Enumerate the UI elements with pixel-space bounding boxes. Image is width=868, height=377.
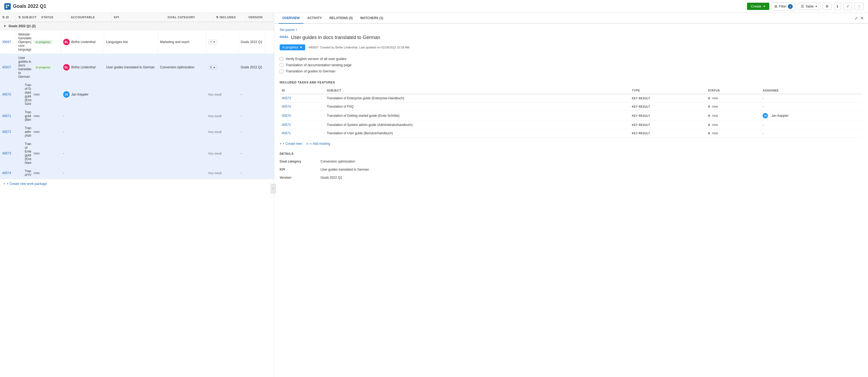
cell-id-40572[interactable]: 40572 [0, 124, 16, 140]
goal-category-text-40507: Conversion optimization [160, 65, 194, 69]
create-button[interactable]: Create ▼ [747, 3, 769, 10]
included-id-link-40571[interactable]: 40571 [282, 131, 291, 135]
panel-expand-arrow[interactable]: › [271, 184, 274, 194]
meta-text: #40507: Created by Birthe Lindenthal. La… [308, 46, 410, 49]
version-text-40571: - [241, 114, 242, 118]
checkbox-3[interactable] [280, 69, 283, 73]
filter-count: 3 [788, 4, 793, 9]
includes-badge-40507[interactable]: 5 ▲ [208, 65, 217, 70]
goal-category-text-39097: Marketing and reach [160, 40, 189, 44]
settings-button[interactable]: ⚙ [823, 3, 832, 10]
version-text-39097: Goals 2022 Q1 [241, 40, 262, 44]
cell-id-40574[interactable]: 40574 [0, 167, 16, 179]
included-id-link-40570[interactable]: 40570 [282, 114, 291, 118]
status-dropdown-button[interactable]: in progress ▼ [280, 45, 305, 50]
table-row[interactable]: 40574 Translation of FAQ new - Key resul… [0, 167, 274, 179]
included-row-40570[interactable]: 40570 Translation of Getting started gui… [280, 111, 863, 121]
included-id-link-40572[interactable]: 40572 [282, 123, 291, 127]
th-subject[interactable]: ⇅ SUBJECT [16, 13, 39, 22]
cell-subject-40572: Translation of System admin guide (Admin… [16, 124, 31, 140]
create-new-link[interactable]: + + Create new [280, 142, 302, 146]
table-view-button[interactable]: ☰ Table ▼ [798, 3, 820, 10]
cell-id-40507[interactable]: 40507 [0, 54, 16, 81]
tab-relations[interactable]: RELATIONS (5) [326, 13, 356, 24]
tab-watchers[interactable]: WATCHERS (1) [356, 13, 387, 24]
included-th-status[interactable]: STATUS [706, 87, 761, 94]
detail-content: Set parent + GOAL User guides in docs tr… [274, 24, 868, 185]
table-row[interactable]: 39097 Website translated in Openproject … [0, 30, 274, 54]
th-goal-category[interactable]: GOAL CATEGORY [165, 13, 214, 22]
svg-rect-2 [6, 7, 7, 8]
included-id-link-40573[interactable]: 40573 [282, 96, 291, 100]
filter-button[interactable]: ⊞ Filter 3 [772, 2, 796, 10]
status-badge-40507: in progress [34, 65, 53, 69]
cell-subject-40574: Translation of FAQ [16, 167, 31, 179]
cell-includes-40574: Key result [206, 167, 239, 179]
version-text-40573: - [241, 151, 242, 155]
group-toggle[interactable]: ▼ [3, 24, 6, 28]
th-status-label: STATUS [41, 16, 53, 19]
expand-detail-button[interactable]: ⤢ [855, 16, 858, 21]
cell-id-40570[interactable]: 40570 [0, 81, 16, 108]
included-th-subject[interactable]: SUBJECT ↑ [324, 87, 630, 94]
check-item-label-1: Verify English version of all user guide… [285, 57, 346, 61]
included-row-40571[interactable]: 40571 Translation of User guide (Benutze… [280, 129, 863, 138]
included-row-40572[interactable]: 40572 Translation of System admin guide … [280, 121, 863, 129]
th-includes[interactable]: ⇅ INCLUDES [214, 13, 246, 22]
included-cell-subject-40573: Translation of Enterprise guide (Enterpr… [324, 94, 630, 103]
close-detail-button[interactable]: ✕ [860, 16, 864, 21]
status-new-text-40574: new [712, 105, 718, 109]
cell-id-40571[interactable]: 40571 [0, 108, 16, 124]
checkbox-2[interactable] [280, 63, 283, 67]
included-row-40573[interactable]: 40573 Translation of Enterprise guide (E… [280, 94, 863, 103]
more-options-button[interactable]: ⋮ [854, 3, 864, 10]
table-row[interactable]: 40572 Translation of System admin guide … [0, 124, 274, 140]
th-status[interactable]: STATUS [39, 13, 68, 22]
status-new-40572: new [34, 130, 39, 134]
tab-overview-label: OVERVIEW [282, 16, 300, 20]
info-button[interactable]: ℹ [834, 3, 841, 10]
check-item-2: Translation of documentation landing pag… [280, 62, 863, 68]
set-parent-link[interactable]: Set parent + [280, 28, 863, 32]
table-row[interactable]: 40573 Translation of Enterprise guide (E… [0, 140, 274, 167]
tab-activity[interactable]: ACTIVITY [303, 13, 326, 24]
subject-text-39097: Website translated in Openproject core l… [18, 33, 31, 51]
cell-actions-39097 [266, 30, 274, 54]
status-new-text-40571: new [712, 131, 718, 135]
subject-text-40570: Translation of Getting started guide (Er… [25, 83, 31, 106]
key-result-40571: Key result [208, 114, 222, 118]
th-accountable[interactable]: ACCOUNTABLE [68, 13, 112, 22]
included-th-id[interactable]: ID [280, 87, 324, 94]
table-row[interactable]: 40570 Translation of Getting started gui… [0, 81, 274, 108]
table-row[interactable]: 40507 User guides in docs translated to … [0, 54, 274, 81]
included-row-40574[interactable]: 40574 Translation of FAQ KEY RESULT new … [280, 103, 863, 111]
cell-id-39097[interactable]: 39097 [0, 30, 16, 54]
table-dropdown-arrow: ▼ [815, 5, 817, 8]
detail-tab-actions: ⤢ ✕ [855, 16, 864, 21]
th-kpi[interactable]: KPI [112, 13, 165, 22]
cell-id-40573[interactable]: 40573 [0, 140, 16, 167]
included-th-type[interactable]: TYPE [630, 87, 706, 94]
includes-badge-39097[interactable]: 7 ▼ [208, 39, 217, 45]
cell-actions-40507 [266, 54, 274, 81]
version-text-40574: - [241, 171, 242, 175]
checkbox-1[interactable] [280, 57, 283, 61]
set-parent-label: Set parent + [280, 28, 298, 32]
expand-button[interactable]: ⤢ [843, 3, 852, 10]
key-result-40574: Key result [208, 171, 222, 175]
subject-text-40574: Translation of FAQ [25, 169, 31, 177]
th-version[interactable]: VERSION [246, 13, 273, 22]
tab-overview[interactable]: OVERVIEW [279, 13, 303, 24]
cell-accountable-40571: - [61, 108, 104, 124]
included-th-assignee[interactable]: ASSIGNEE [761, 87, 863, 94]
th-goal-category-label: GOAL CATEGORY [167, 16, 195, 19]
th-id[interactable]: ⇅ ID [0, 13, 16, 22]
included-id-link-40574[interactable]: 40574 [282, 105, 291, 109]
avatar-39097: BL [63, 39, 70, 45]
cell-goal-category-40570 [158, 81, 206, 108]
create-work-package-row[interactable]: + + Create new work package [0, 179, 274, 188]
accountable-name-39097: Birthe Lindenthal [71, 40, 95, 44]
goal-meta: in progress ▼ #40507: Created by Birthe … [280, 45, 863, 50]
add-existing-link[interactable]: ∞ ∞ Add existing [306, 142, 330, 146]
table-row[interactable]: 40571 Translation of User guide (Benutze… [0, 108, 274, 124]
